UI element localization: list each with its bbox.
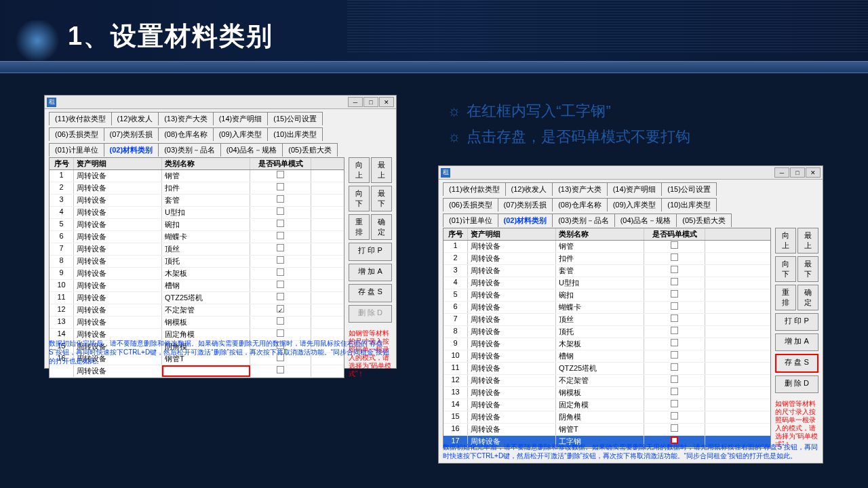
cell-cat[interactable]: 套管: [162, 195, 250, 206]
tab-13[interactable]: (13)资产大类: [552, 182, 608, 196]
tab-5[interactable]: (05)丢赔大类: [676, 214, 732, 227]
table-row[interactable]: 3周转设备套管: [50, 195, 344, 207]
cell-mode[interactable]: [644, 387, 705, 399]
table-row[interactable]: 6周转设备蝴蝶卡: [443, 302, 770, 314]
checkbox-icon[interactable]: [671, 351, 678, 359]
cell-mode[interactable]: [250, 195, 311, 206]
table-row[interactable]: 15周转设备阴角模: [443, 411, 770, 424]
cell-cat[interactable]: 钢管: [556, 241, 644, 252]
minimize-button[interactable]: ─: [774, 167, 789, 178]
checkbox-icon[interactable]: [277, 195, 284, 203]
btn-save[interactable]: 存 盘 S: [775, 354, 818, 373]
checkbox-icon[interactable]: [277, 305, 284, 312]
table-row[interactable]: 6周转设备蝴蝶卡: [50, 231, 344, 243]
maximize-button[interactable]: □: [363, 97, 378, 107]
checkbox-icon[interactable]: [671, 400, 678, 407]
tab-13[interactable]: (13)资产大类: [158, 112, 214, 125]
table-row[interactable]: 周转设备: [50, 365, 344, 378]
tab-15[interactable]: (15)公司设置: [267, 112, 323, 125]
tab-15[interactable]: (15)公司设置: [661, 182, 717, 196]
tab-3[interactable]: (03)类别－品名: [552, 214, 615, 227]
table-row[interactable]: 13周转设备钢模板: [443, 387, 770, 399]
checkbox-icon[interactable]: [277, 293, 284, 300]
tab-14[interactable]: (14)资产明细: [607, 182, 663, 196]
cell-mode[interactable]: [644, 375, 705, 386]
table-row[interactable]: 5周转设备碗扣: [443, 289, 770, 302]
cell-mode[interactable]: [644, 411, 705, 423]
checkbox-icon[interactable]: [277, 268, 284, 276]
cell-mode[interactable]: [644, 302, 705, 313]
cell-mode[interactable]: [250, 317, 311, 328]
cell-mode[interactable]: [250, 231, 311, 243]
btn-save[interactable]: 存 盘 S: [349, 284, 392, 302]
tab-9[interactable]: (09)入库类型: [607, 198, 663, 211]
minimize-button[interactable]: ─: [348, 97, 363, 107]
checkbox-icon[interactable]: [671, 241, 678, 249]
checkbox-icon[interactable]: [671, 363, 678, 371]
tab-10[interactable]: (10)出库类型: [267, 127, 323, 141]
table-row[interactable]: 3周转设备套管: [443, 265, 770, 277]
cell-cat[interactable]: 槽钢: [556, 350, 644, 362]
table-row[interactable]: 10周转设备槽钢: [50, 280, 344, 292]
cell-cat[interactable]: 顶丝: [162, 243, 250, 255]
tab-4[interactable]: (04)品名－规格: [220, 143, 283, 157]
table-row[interactable]: 1周转设备钢管: [443, 241, 770, 253]
checkbox-icon[interactable]: [671, 375, 678, 383]
table-row[interactable]: 8周转设备顶托: [50, 256, 344, 268]
cell-mode[interactable]: [250, 182, 311, 194]
btn-up[interactable]: 向上: [775, 228, 796, 253]
cell-cat[interactable]: 碗扣: [162, 219, 250, 230]
close-button[interactable]: ✕: [379, 97, 394, 107]
cell-cat[interactable]: 钢模板: [556, 387, 644, 399]
table-row[interactable]: 2周转设备扣件: [443, 253, 770, 265]
checkbox-icon[interactable]: [671, 278, 678, 285]
tab-8[interactable]: (08)仓库名称: [158, 127, 214, 141]
checkbox-icon[interactable]: [671, 327, 678, 334]
tab-11[interactable]: (11)收付款类型: [443, 182, 506, 196]
tab-1[interactable]: (01)计里单位: [443, 214, 498, 227]
btn-down[interactable]: 向下: [775, 256, 796, 282]
checkbox-icon[interactable]: [277, 183, 284, 190]
btn-bot[interactable]: 最下: [371, 186, 392, 211]
tab-2[interactable]: (02)材料类别: [104, 143, 159, 157]
cell-mode[interactable]: [250, 243, 311, 255]
checkbox-icon[interactable]: [671, 412, 678, 420]
table-row[interactable]: 7周转设备顶丝: [443, 314, 770, 326]
tab-4[interactable]: (04)品名－规格: [614, 214, 677, 227]
btn-add[interactable]: 增 加 A: [775, 333, 818, 351]
table-row[interactable]: 12周转设备不定架管: [443, 375, 770, 387]
cell-cat[interactable]: 钢模板: [162, 317, 250, 328]
btn-print[interactable]: 打 印 P: [775, 313, 818, 331]
checkbox-icon[interactable]: [671, 314, 678, 322]
table-row[interactable]: 5周转设备碗扣: [50, 219, 344, 231]
btn-add[interactable]: 增 加 A: [349, 264, 392, 282]
btn-del[interactable]: 删 除 D: [775, 375, 818, 393]
cell-mode[interactable]: [644, 241, 705, 252]
checkbox-icon[interactable]: [277, 317, 284, 325]
cell-mode[interactable]: [644, 338, 705, 350]
table-row[interactable]: 1周转设备钢管: [50, 170, 344, 182]
checkbox-icon[interactable]: [671, 388, 678, 395]
data-table-2[interactable]: 序号 资产明细 类别名称 是否码单模式 1周转设备钢管2周转设备扣件3周转设备套…: [443, 228, 771, 449]
table-row[interactable]: 9周转设备木架板: [50, 268, 344, 280]
btn-print[interactable]: 打 印 P: [349, 243, 392, 261]
checkbox-icon[interactable]: [671, 266, 678, 273]
cell-cat[interactable]: 不定架管: [556, 375, 644, 386]
tab-6[interactable]: (06)丢损类型: [443, 198, 498, 211]
cell-cat[interactable]: 不定架管: [162, 304, 250, 316]
tab-5[interactable]: (05)丢赔大类: [282, 143, 338, 157]
cell-cat[interactable]: U型扣: [556, 277, 644, 289]
cell-mode[interactable]: [644, 326, 705, 338]
cell-mode[interactable]: [250, 268, 311, 279]
btn-top[interactable]: 最上: [371, 157, 392, 183]
table-row[interactable]: 11周转设备QTZ25塔机: [443, 363, 770, 375]
btn-del[interactable]: 删 除 D: [349, 305, 392, 323]
cell-cat[interactable]: 钢管: [162, 170, 250, 182]
tab-9[interactable]: (09)入库类型: [213, 127, 269, 141]
cell-cat[interactable]: 蝴蝶卡: [162, 231, 250, 243]
checkbox-icon[interactable]: [671, 424, 678, 432]
btn-ok[interactable]: 确定: [371, 214, 392, 240]
cell-mode[interactable]: [250, 170, 311, 182]
tab-11[interactable]: (11)收付款类型: [49, 112, 112, 125]
checkbox-icon[interactable]: [671, 302, 678, 310]
